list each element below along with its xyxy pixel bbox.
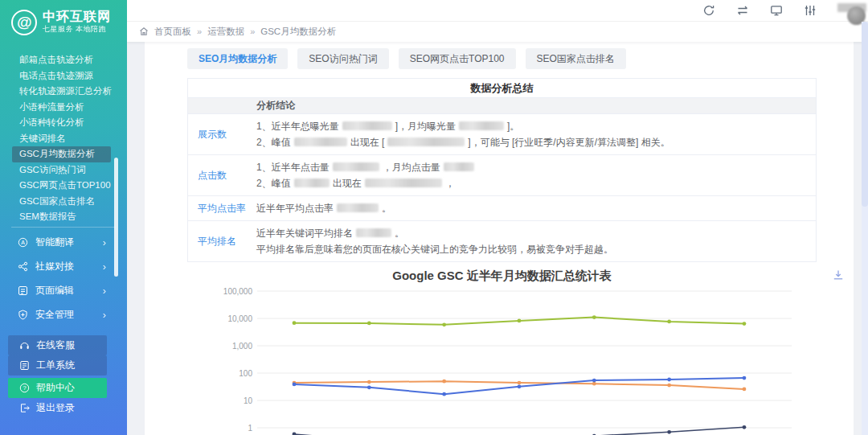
analysis-text: 2、峰值: [256, 137, 291, 148]
column-settings-icon[interactable]: [804, 4, 817, 17]
green-series-point: [592, 315, 596, 319]
green-series-point: [743, 322, 747, 326]
y-axis-tick-label: 10,000: [227, 314, 252, 323]
row-content: 近半年平均点击率。: [256, 196, 816, 220]
brand-tagline: 七星服务 本地陪跑: [43, 24, 111, 35]
sidebar-item[interactable]: GSC国家点击排名: [0, 194, 127, 210]
sidebar-item-active[interactable]: GSC月均数据分析: [12, 146, 111, 162]
orange-series-point: [667, 384, 671, 388]
sidebar-group-item[interactable]: A智能翻译›: [0, 231, 127, 255]
analysis-text: 平均排名靠后意味着您的页面在核心关键词上的竞争力比较弱，易被竞争对手超越。: [256, 244, 613, 255]
analysis-text: ，月均点击量: [383, 162, 440, 173]
row-label: 展示数: [188, 114, 256, 154]
sidebar-item[interactable]: GSC访问热门词: [0, 162, 127, 179]
blue-series-point: [667, 378, 671, 382]
blue-series-point: [592, 379, 596, 383]
sidebar-groups: A智能翻译›社媒对接›页面编辑›安全管理›: [0, 228, 127, 327]
table-row: 平均排名近半年关键词平均排名。平均排名靠后意味着您的页面在核心关键词上的竞争力比…: [188, 221, 816, 261]
redacted-value: [365, 179, 442, 187]
page-scrollbar-thumb[interactable]: [862, 22, 868, 207]
y-axis-tick-label: 1: [248, 424, 252, 433]
sidebar-menu: 邮箱点击轨迹分析电话点击轨迹溯源转化轨迹溯源汇总分析小语种流量分析小语种转化分析…: [0, 44, 127, 225]
sidebar-footer-label: 工单系统: [36, 359, 75, 372]
svg-text:A: A: [21, 240, 25, 245]
table-row: 展示数1、近半年总曝光量]，月均曝光量]。2、峰值出现在 []，可能与 [行业旺…: [188, 114, 816, 155]
breadcrumb-separator: »: [197, 27, 202, 36]
sidebar-group-item[interactable]: 安全管理›: [0, 303, 127, 327]
sidebar-footer-item[interactable]: 退出登录: [8, 398, 107, 418]
sidebar-group-label: 智能翻译: [35, 236, 74, 249]
redacted-value: [459, 121, 504, 130]
analysis-text: 。: [382, 203, 391, 214]
breadcrumb-item[interactable]: 首页面板: [154, 26, 191, 38]
sidebar-item[interactable]: 邮箱点击轨迹分析: [0, 52, 127, 68]
summary-table-column-header: 分析结论: [188, 98, 816, 114]
orange-series-point: [592, 382, 596, 386]
analysis-text: 1、近半年总曝光量: [256, 121, 339, 132]
sidebar-item[interactable]: 关键词排名: [0, 131, 127, 147]
green-series-point: [367, 322, 371, 326]
row-label: 点击数: [188, 155, 256, 195]
download-icon[interactable]: [832, 269, 845, 281]
sidebar-item[interactable]: SEM数据报告: [0, 209, 127, 225]
sidebar-footer-item[interactable]: 工单系统: [8, 355, 107, 375]
y-axis-tick-label: 10: [244, 396, 253, 405]
tab-bar: SEO月均数据分析SEO访问热门词SEO网页点击TOP100SEO国家点击排名: [187, 48, 626, 69]
sidebar-item[interactable]: 转化轨迹溯源汇总分析: [0, 84, 127, 100]
sidebar-group-label: 社媒对接: [35, 260, 74, 273]
breadcrumb-item[interactable]: 运营数据: [207, 26, 244, 38]
logout-icon: [19, 403, 30, 413]
y-axis-tick-label: 1,000: [232, 342, 252, 351]
svg-text:?: ?: [23, 384, 26, 392]
sidebar-group-item[interactable]: 社媒对接›: [0, 255, 127, 279]
monitor-icon[interactable]: [770, 4, 783, 17]
tab-active[interactable]: SEO月均数据分析: [187, 48, 288, 69]
ticket-icon: [19, 360, 30, 371]
sidebar-scrollbar[interactable]: [114, 158, 118, 277]
sidebar-footer: 在线客服工单系统?帮助中心退出登录: [0, 335, 127, 418]
page-scrollbar[interactable]: [862, 22, 868, 435]
sidebar-item[interactable]: 电话点击轨迹溯源: [0, 68, 127, 84]
sidebar-item[interactable]: GSC网页点击TOP100: [0, 178, 127, 194]
redacted-value: [294, 137, 347, 146]
green-series-point: [518, 319, 522, 323]
tab[interactable]: SEO访问热门词: [297, 48, 388, 69]
tab[interactable]: SEO国家点击排名: [526, 48, 626, 69]
refresh-icon[interactable]: [702, 4, 715, 17]
home-icon: [139, 27, 149, 36]
orange-series-point: [367, 380, 371, 384]
row-content: 近半年关键词平均排名。平均排名靠后意味着您的页面在核心关键词上的竞争力比较弱，易…: [256, 221, 816, 261]
redacted-value: [387, 137, 465, 146]
breadcrumb-item[interactable]: GSC月均数据分析: [260, 26, 336, 38]
brand-logo: @ 中环互联网 七星服务 本地陪跑: [0, 0, 127, 44]
analysis-text: 1、近半年点击量: [256, 162, 330, 173]
row-content: 1、近半年总曝光量]，月均曝光量]。2、峰值出现在 []，可能与 [行业旺季/内…: [256, 114, 816, 154]
analysis-text: ，: [445, 178, 455, 189]
analysis-text: 近半年平均点击率: [256, 203, 334, 214]
analysis-text: 。: [395, 228, 404, 239]
sidebar-item[interactable]: 小语种流量分析: [0, 100, 127, 116]
chevron-right-icon: ›: [103, 236, 106, 248]
analysis-text: 出现在: [333, 178, 362, 189]
analysis-text: 2、峰值: [256, 178, 291, 189]
content-panel: SEO月均数据分析SEO访问热门词SEO网页点击TOP100SEO国家点击排名 …: [145, 42, 854, 435]
header: 首页面板»运营数据»GSC月均数据分析: [127, 0, 868, 42]
sidebar: @ 中环互联网 七星服务 本地陪跑 邮箱点击轨迹分析电话点击轨迹溯源转化轨迹溯源…: [0, 0, 127, 435]
redacted-value: [337, 203, 379, 212]
tab[interactable]: SEO网页点击TOP100: [399, 48, 516, 69]
analysis-text: 出现在 [: [350, 137, 385, 148]
sidebar-footer-label: 在线客服: [36, 339, 75, 352]
swap-icon[interactable]: [736, 4, 749, 17]
redacted-value: [333, 162, 379, 171]
sidebar-group-item[interactable]: 页面编辑›: [0, 279, 127, 303]
sidebar-item[interactable]: 小语种转化分析: [0, 115, 127, 131]
y-axis-tick-label: 100,000: [223, 287, 253, 296]
breadcrumb-separator: »: [250, 27, 255, 36]
blue-series-point: [293, 383, 297, 387]
analysis-text: 近半年关键词平均排名: [256, 228, 353, 239]
blue-series-point: [518, 384, 522, 388]
navy-series-point: [743, 425, 747, 429]
blue-series-point: [442, 392, 446, 396]
sidebar-footer-item[interactable]: ?帮助中心: [8, 378, 107, 398]
sidebar-footer-item[interactable]: 在线客服: [8, 335, 107, 355]
